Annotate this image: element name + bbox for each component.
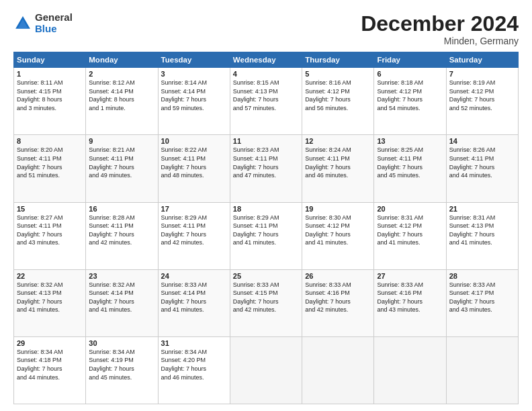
day-number: 6 bbox=[377, 70, 443, 78]
logo: General Blue bbox=[13, 12, 73, 34]
calendar-cell: 17Sunrise: 8:29 AM Sunset: 4:11 PM Dayli… bbox=[158, 202, 230, 269]
calendar-cell: 3Sunrise: 8:14 AM Sunset: 4:14 PM Daylig… bbox=[158, 68, 230, 135]
calendar-header-thursday: Thursday bbox=[302, 52, 374, 68]
calendar-cell: 16Sunrise: 8:28 AM Sunset: 4:11 PM Dayli… bbox=[86, 202, 158, 269]
day-info: Sunrise: 8:20 AM Sunset: 4:11 PM Dayligh… bbox=[17, 146, 83, 179]
day-info: Sunrise: 8:16 AM Sunset: 4:12 PM Dayligh… bbox=[305, 79, 371, 112]
day-info: Sunrise: 8:19 AM Sunset: 4:12 PM Dayligh… bbox=[449, 79, 515, 112]
day-number: 22 bbox=[17, 272, 83, 280]
day-number: 14 bbox=[449, 137, 515, 145]
day-number: 2 bbox=[89, 70, 154, 78]
calendar-cell: 22Sunrise: 8:32 AM Sunset: 4:13 PM Dayli… bbox=[14, 269, 86, 336]
day-info: Sunrise: 8:23 AM Sunset: 4:11 PM Dayligh… bbox=[233, 146, 299, 179]
day-number: 4 bbox=[233, 70, 299, 78]
day-info: Sunrise: 8:34 AM Sunset: 4:18 PM Dayligh… bbox=[17, 348, 83, 381]
day-info: Sunrise: 8:21 AM Sunset: 4:11 PM Dayligh… bbox=[89, 146, 154, 179]
day-info: Sunrise: 8:30 AM Sunset: 4:12 PM Dayligh… bbox=[305, 214, 371, 247]
day-number: 17 bbox=[161, 205, 227, 213]
location-title: Minden, Germany bbox=[361, 36, 519, 46]
day-number: 23 bbox=[89, 272, 154, 280]
day-number: 3 bbox=[161, 70, 227, 78]
day-info: Sunrise: 8:34 AM Sunset: 4:20 PM Dayligh… bbox=[161, 348, 227, 381]
calendar-cell: 14Sunrise: 8:26 AM Sunset: 4:11 PM Dayli… bbox=[446, 135, 518, 202]
calendar-cell bbox=[374, 336, 446, 404]
day-number: 30 bbox=[89, 339, 154, 347]
calendar-header-wednesday: Wednesday bbox=[230, 52, 302, 68]
day-number: 31 bbox=[161, 339, 227, 347]
day-info: Sunrise: 8:28 AM Sunset: 4:11 PM Dayligh… bbox=[89, 214, 154, 247]
calendar-week-1: 1Sunrise: 8:11 AM Sunset: 4:15 PM Daylig… bbox=[14, 68, 519, 135]
calendar-cell: 26Sunrise: 8:33 AM Sunset: 4:16 PM Dayli… bbox=[302, 269, 374, 336]
logo-icon bbox=[13, 14, 32, 33]
calendar-cell: 19Sunrise: 8:30 AM Sunset: 4:12 PM Dayli… bbox=[302, 202, 374, 269]
day-info: Sunrise: 8:33 AM Sunset: 4:14 PM Dayligh… bbox=[161, 281, 227, 314]
calendar-cell bbox=[446, 336, 518, 404]
calendar-cell: 5Sunrise: 8:16 AM Sunset: 4:12 PM Daylig… bbox=[302, 68, 374, 135]
day-number: 7 bbox=[449, 70, 515, 78]
calendar-cell: 30Sunrise: 8:34 AM Sunset: 4:19 PM Dayli… bbox=[86, 336, 158, 404]
day-number: 15 bbox=[17, 205, 83, 213]
calendar-cell: 7Sunrise: 8:19 AM Sunset: 4:12 PM Daylig… bbox=[446, 68, 518, 135]
day-number: 24 bbox=[161, 272, 227, 280]
day-number: 13 bbox=[377, 137, 443, 145]
day-number: 27 bbox=[377, 272, 443, 280]
day-info: Sunrise: 8:12 AM Sunset: 4:14 PM Dayligh… bbox=[89, 79, 154, 112]
day-info: Sunrise: 8:33 AM Sunset: 4:15 PM Dayligh… bbox=[233, 281, 299, 314]
day-number: 9 bbox=[89, 137, 154, 145]
day-number: 19 bbox=[305, 205, 371, 213]
calendar-week-3: 15Sunrise: 8:27 AM Sunset: 4:11 PM Dayli… bbox=[14, 202, 519, 269]
day-info: Sunrise: 8:33 AM Sunset: 4:17 PM Dayligh… bbox=[449, 281, 515, 314]
calendar-cell: 18Sunrise: 8:29 AM Sunset: 4:11 PM Dayli… bbox=[230, 202, 302, 269]
top-section: General Blue December 2024 Minden, Germa… bbox=[13, 12, 519, 46]
day-number: 26 bbox=[305, 272, 371, 280]
day-info: Sunrise: 8:14 AM Sunset: 4:14 PM Dayligh… bbox=[161, 79, 227, 112]
day-info: Sunrise: 8:29 AM Sunset: 4:11 PM Dayligh… bbox=[233, 214, 299, 247]
calendar-cell: 25Sunrise: 8:33 AM Sunset: 4:15 PM Dayli… bbox=[230, 269, 302, 336]
day-info: Sunrise: 8:11 AM Sunset: 4:15 PM Dayligh… bbox=[17, 79, 83, 112]
calendar-week-5: 29Sunrise: 8:34 AM Sunset: 4:18 PM Dayli… bbox=[14, 336, 519, 404]
day-info: Sunrise: 8:25 AM Sunset: 4:11 PM Dayligh… bbox=[377, 146, 443, 179]
calendar-header-sunday: Sunday bbox=[14, 52, 86, 68]
day-info: Sunrise: 8:15 AM Sunset: 4:13 PM Dayligh… bbox=[233, 79, 299, 112]
day-info: Sunrise: 8:31 AM Sunset: 4:13 PM Dayligh… bbox=[449, 214, 515, 247]
page: General Blue December 2024 Minden, Germa… bbox=[0, 0, 532, 411]
day-number: 5 bbox=[305, 70, 371, 78]
calendar-cell: 6Sunrise: 8:18 AM Sunset: 4:12 PM Daylig… bbox=[374, 68, 446, 135]
calendar-cell: 24Sunrise: 8:33 AM Sunset: 4:14 PM Dayli… bbox=[158, 269, 230, 336]
calendar-cell: 20Sunrise: 8:31 AM Sunset: 4:12 PM Dayli… bbox=[374, 202, 446, 269]
logo-text: General Blue bbox=[35, 12, 73, 34]
calendar-cell bbox=[302, 336, 374, 404]
calendar-header-saturday: Saturday bbox=[446, 52, 518, 68]
calendar-cell: 10Sunrise: 8:22 AM Sunset: 4:11 PM Dayli… bbox=[158, 135, 230, 202]
day-info: Sunrise: 8:33 AM Sunset: 4:16 PM Dayligh… bbox=[377, 281, 443, 314]
calendar-cell bbox=[230, 336, 302, 404]
day-number: 28 bbox=[449, 272, 515, 280]
day-number: 11 bbox=[233, 137, 299, 145]
calendar-cell: 12Sunrise: 8:24 AM Sunset: 4:11 PM Dayli… bbox=[302, 135, 374, 202]
calendar-cell: 1Sunrise: 8:11 AM Sunset: 4:15 PM Daylig… bbox=[14, 68, 86, 135]
calendar-cell: 23Sunrise: 8:32 AM Sunset: 4:14 PM Dayli… bbox=[86, 269, 158, 336]
day-number: 10 bbox=[161, 137, 227, 145]
day-info: Sunrise: 8:32 AM Sunset: 4:14 PM Dayligh… bbox=[89, 281, 154, 314]
day-info: Sunrise: 8:26 AM Sunset: 4:11 PM Dayligh… bbox=[449, 146, 515, 179]
day-info: Sunrise: 8:29 AM Sunset: 4:11 PM Dayligh… bbox=[161, 214, 227, 247]
day-info: Sunrise: 8:31 AM Sunset: 4:12 PM Dayligh… bbox=[377, 214, 443, 247]
logo-blue: Blue bbox=[35, 24, 73, 35]
calendar-header-row: SundayMondayTuesdayWednesdayThursdayFrid… bbox=[14, 52, 519, 68]
day-number: 12 bbox=[305, 137, 371, 145]
calendar-cell: 11Sunrise: 8:23 AM Sunset: 4:11 PM Dayli… bbox=[230, 135, 302, 202]
day-number: 29 bbox=[17, 339, 83, 347]
calendar-cell: 9Sunrise: 8:21 AM Sunset: 4:11 PM Daylig… bbox=[86, 135, 158, 202]
calendar-cell: 13Sunrise: 8:25 AM Sunset: 4:11 PM Dayli… bbox=[374, 135, 446, 202]
calendar-cell: 29Sunrise: 8:34 AM Sunset: 4:18 PM Dayli… bbox=[14, 336, 86, 404]
title-section: December 2024 Minden, Germany bbox=[361, 12, 519, 46]
day-number: 20 bbox=[377, 205, 443, 213]
logo-general: General bbox=[35, 12, 73, 24]
calendar-week-4: 22Sunrise: 8:32 AM Sunset: 4:13 PM Dayli… bbox=[14, 269, 519, 336]
day-info: Sunrise: 8:24 AM Sunset: 4:11 PM Dayligh… bbox=[305, 146, 371, 179]
calendar-header-monday: Monday bbox=[86, 52, 158, 68]
calendar-cell: 8Sunrise: 8:20 AM Sunset: 4:11 PM Daylig… bbox=[14, 135, 86, 202]
day-info: Sunrise: 8:34 AM Sunset: 4:19 PM Dayligh… bbox=[89, 348, 154, 381]
day-number: 18 bbox=[233, 205, 299, 213]
day-info: Sunrise: 8:22 AM Sunset: 4:11 PM Dayligh… bbox=[161, 146, 227, 179]
